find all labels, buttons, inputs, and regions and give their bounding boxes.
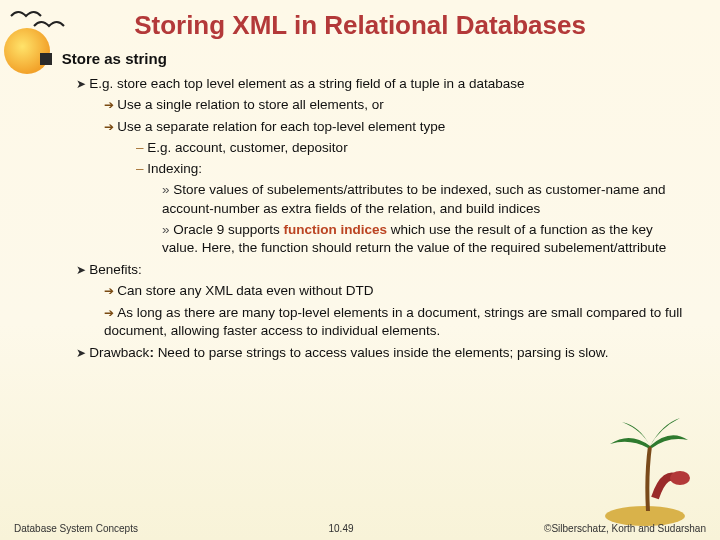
bullet-l2-drawback: Drawback: Need to parse strings to acces… <box>76 344 690 362</box>
drawback-colon: : <box>149 345 157 360</box>
l1-text: Store as string <box>62 50 167 67</box>
slide-footer: Database System Concepts 10.49 ©Silbersc… <box>0 523 720 534</box>
drawback-label: Drawback <box>89 345 149 360</box>
drawback-text: Need to parse strings to access values i… <box>158 345 609 360</box>
footer-center: 10.49 <box>329 523 354 534</box>
bullet-l5-store-values: Store values of subelements/attributes t… <box>162 181 690 217</box>
bullet-l2-benefits: Benefits: <box>76 261 690 279</box>
bullet-l2-eg-store: E.g. store each top level element as a s… <box>76 75 690 93</box>
bullet-l3-single-relation: Use a single relation to store all eleme… <box>104 96 690 114</box>
bullet-l1-store-as-string: Store as string <box>40 49 690 69</box>
footer-left: Database System Concepts <box>14 523 138 534</box>
slide-title: Storing XML in Relational Databases <box>0 0 720 49</box>
bullet-l4-examples: E.g. account, customer, depositor <box>136 139 690 157</box>
bullet-l4-indexing: Indexing: <box>136 160 690 178</box>
function-indices-term: function indices <box>284 222 388 237</box>
palm-tree-icon <box>600 416 690 526</box>
footer-right: ©Silberschatz, Korth and Sudarshan <box>544 523 706 534</box>
square-bullet-icon <box>40 53 52 65</box>
bullet-l3-benefit-small-strings: As long as there are many top-level elem… <box>104 304 690 340</box>
slide-body: Store as string E.g. store each top leve… <box>0 49 720 362</box>
bullet-l3-separate-relation: Use a separate relation for each top-lev… <box>104 118 690 136</box>
svg-point-1 <box>670 471 690 485</box>
l5b-pre: Oracle 9 supports <box>173 222 283 237</box>
bullet-l5-oracle9: Oracle 9 supports function indices which… <box>162 221 690 257</box>
birds-icon <box>6 6 76 36</box>
bullet-l3-benefit-any-xml: Can store any XML data even without DTD <box>104 282 690 300</box>
